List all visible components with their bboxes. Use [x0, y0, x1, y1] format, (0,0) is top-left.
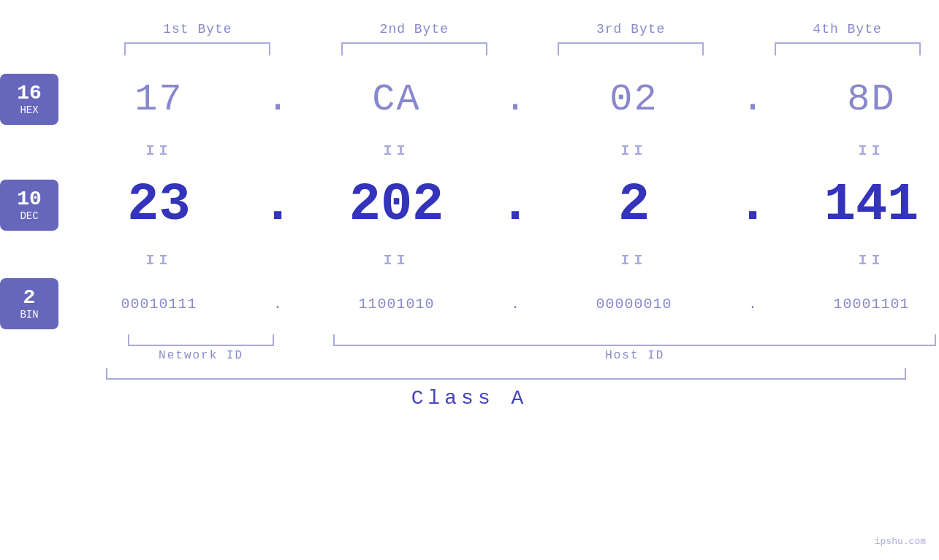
byte3-label: 3rd Byte [596, 22, 665, 37]
eq2-b2: II [296, 252, 497, 269]
network-bracket-wrapper [106, 334, 296, 346]
eq1-b4-sym: II [858, 142, 884, 159]
byte2-label: 2nd Byte [380, 22, 449, 37]
bin-dot2: . [497, 296, 533, 312]
bin-base-num: 2 [23, 288, 36, 308]
rows-area: 16 HEX 10 DEC 2 BIN [0, 63, 939, 333]
host-bracket-wrapper [330, 334, 939, 346]
bin-b2-cell: 11001010 [296, 296, 497, 312]
eq2-b3-sym: II [620, 252, 647, 269]
hex-dot1: . [259, 78, 296, 121]
bin-dot3: . [734, 296, 771, 312]
bin-base-name: BIN [20, 310, 38, 320]
eq2-b2-sym: II [383, 252, 409, 269]
dec-badge: 10 DEC [0, 180, 58, 231]
eq1-b4: II [771, 142, 939, 159]
dec-b1-cell: 23 [58, 175, 259, 235]
bottom-brackets-row [0, 334, 939, 346]
eq1-b2-sym: II [383, 142, 409, 159]
eq1-b1: II [58, 142, 259, 159]
dec-badge-wrapper: 10 DEC [0, 165, 58, 245]
eq2-b1: II [58, 252, 259, 269]
dec-b1-value: 23 [127, 175, 190, 235]
eq1-b3: II [533, 142, 734, 159]
full-bracket-row [0, 368, 939, 380]
network-id-label: Network ID [106, 349, 296, 362]
dec-data-row: 23 . 202 . 2 . 141 [58, 165, 939, 245]
hex-dot2: . [497, 78, 533, 121]
hex-b2-cell: CA [296, 78, 497, 121]
bin-b3-cell: 00000010 [533, 296, 734, 312]
network-bracket [128, 334, 274, 346]
bin-dot1: . [259, 296, 296, 312]
byte4-bracket-top [775, 42, 921, 55]
bin-badge: 2 BIN [0, 278, 58, 329]
full-bottom-bracket [106, 368, 906, 380]
equals-row-1: II II II II [58, 136, 939, 165]
main-container: 1st Byte 2nd Byte 3rd Byte 4th Byte 16 H… [0, 0, 939, 560]
class-label: Class A [411, 387, 528, 410]
dec-dot1: . [259, 175, 296, 235]
bin-b4-value: 10001101 [833, 296, 909, 312]
bin-b4-cell: 10001101 [771, 296, 939, 312]
hex-b3-cell: 02 [533, 78, 734, 121]
hex-badge: 16 HEX [0, 74, 58, 125]
host-bracket [333, 334, 936, 346]
hex-base-num: 16 [17, 83, 42, 104]
hex-b1-cell: 17 [58, 78, 259, 121]
host-id-label: Host ID [330, 349, 939, 362]
byte4-column-header: 4th Byte [756, 22, 939, 55]
bin-b1-cell: 00010111 [58, 296, 259, 312]
hex-b2-value: CA [372, 78, 420, 121]
class-label-row: Class A [0, 387, 939, 410]
dec-b2-value: 202 [349, 175, 444, 235]
hex-b1-value: 17 [134, 78, 183, 121]
byte3-bracket-top [558, 42, 704, 55]
equals-row-2: II II II II [58, 245, 939, 275]
byte2-bracket-top [341, 42, 487, 55]
hex-b4-cell: 8D [771, 78, 939, 121]
watermark: ipshu.com [875, 536, 926, 547]
eq1-b3-sym: II [620, 142, 647, 159]
data-grid: 17 . CA . 02 . 8D [58, 63, 939, 333]
hex-data-row: 17 . CA . 02 . 8D [58, 63, 939, 136]
dec-base-num: 10 [17, 189, 42, 210]
byte2-column-header: 2nd Byte [322, 22, 506, 55]
dec-b2-cell: 202 [296, 175, 497, 235]
bin-b2-value: 11001010 [358, 296, 434, 312]
byte1-bracket-top [124, 42, 270, 55]
eq2-b4-sym: II [858, 252, 884, 269]
bin-badge-wrapper: 2 BIN [0, 275, 58, 333]
bin-b3-value: 00000010 [596, 296, 672, 312]
dec-dot2: . [497, 175, 533, 235]
header-row: 1st Byte 2nd Byte 3rd Byte 4th Byte [0, 22, 939, 55]
eq2-b3: II [533, 252, 734, 269]
byte4-label: 4th Byte [813, 22, 881, 37]
hex-base-name: HEX [20, 105, 38, 115]
dec-b3-cell: 2 [533, 175, 734, 235]
dec-base-name: DEC [20, 211, 38, 221]
dec-dot3: . [734, 175, 771, 235]
byte3-column-header: 3rd Byte [539, 22, 723, 55]
dec-b3-value: 2 [618, 175, 650, 235]
hex-b4-value: 8D [847, 78, 895, 121]
hex-b3-value: 02 [609, 78, 658, 121]
hex-dot3: . [734, 78, 771, 121]
bin-b1-value: 00010111 [121, 296, 197, 312]
eq2-b4: II [771, 252, 939, 269]
eq2-b1-sym: II [145, 252, 172, 269]
eq1-b1-sym: II [145, 142, 172, 159]
label-column: 16 HEX 10 DEC 2 BIN [0, 63, 58, 333]
eq1-b2: II [296, 142, 497, 159]
byte1-column-header: 1st Byte [106, 22, 289, 55]
bin-data-row: 00010111 . 11001010 . 00000010 . [58, 275, 939, 333]
id-labels-row: Network ID Host ID [0, 349, 939, 362]
hex-badge-wrapper: 16 HEX [0, 63, 58, 136]
dec-b4-cell: 141 [771, 175, 939, 235]
byte1-label: 1st Byte [163, 22, 232, 37]
dec-b4-value: 141 [824, 175, 919, 235]
